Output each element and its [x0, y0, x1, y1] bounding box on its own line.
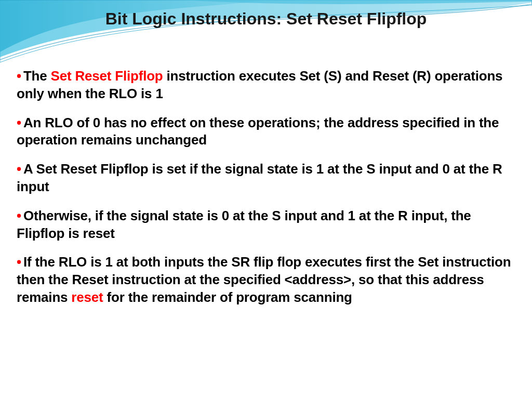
slide: Bit Logic Instructions: Set Reset Flipfl… [0, 0, 532, 399]
slide-title: Bit Logic Instructions: Set Reset Flipfl… [0, 9, 532, 29]
bullet-text-post: for the remainder of program scanning [103, 289, 352, 305]
bullet-dot: • [17, 115, 21, 130]
bullet-dot: • [17, 254, 21, 270]
bullet-dot: • [17, 68, 21, 84]
bullet-item: •An RLO of 0 has no effect on these oper… [17, 114, 515, 150]
bullet-dot: • [17, 208, 21, 223]
slide-content: •The Set Reset Flipflop instruction exec… [17, 68, 515, 318]
bullet-text-highlight: Set Reset Flipflop [51, 68, 163, 84]
bullet-text: An RLO of 0 has no effect on these opera… [17, 115, 499, 148]
bullet-text-pre: The [23, 68, 51, 84]
bullet-item: •A Set Reset Flipflop is set if the sign… [17, 161, 515, 196]
bullet-item: •Otherwise, if the signal state is 0 at … [17, 207, 515, 243]
bullet-text: Otherwise, if the signal state is 0 at t… [17, 208, 471, 241]
bullet-item: •The Set Reset Flipflop instruction exec… [17, 68, 515, 103]
bullet-text-highlight: reset [71, 289, 103, 305]
bullet-dot: • [17, 161, 21, 177]
bullet-text: A Set Reset Flipflop is set if the signa… [17, 161, 502, 194]
bullet-item: •If the RLO is 1 at both inputs the SR f… [17, 254, 515, 306]
